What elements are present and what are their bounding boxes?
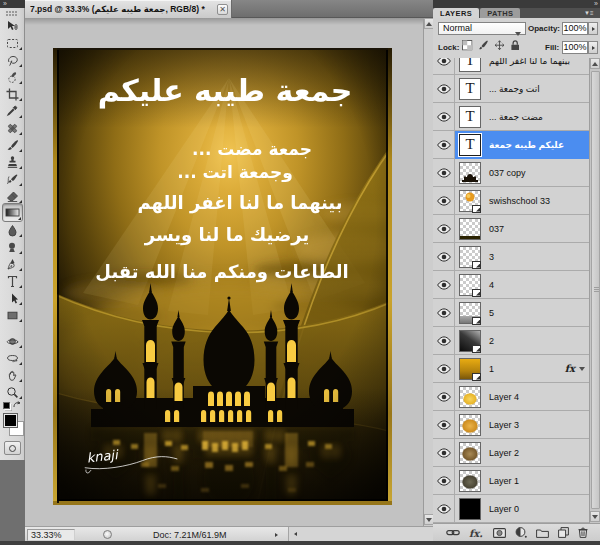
3d-orbit-tool[interactable] (2, 350, 23, 366)
layer-row[interactable]: 5 (433, 299, 589, 327)
layer-visibility-toggle[interactable] (433, 103, 455, 131)
tab-layers[interactable]: LAYERS (433, 8, 479, 18)
horizontal-scrollbar[interactable] (288, 527, 433, 541)
panel-menu-icon[interactable]: ▼≡ (584, 10, 596, 17)
lock-all-icon[interactable] (510, 40, 520, 50)
layer-row[interactable]: Layer 2 (433, 439, 589, 467)
layer-row[interactable]: 037 (433, 215, 589, 243)
fill-value[interactable]: 100% (562, 41, 588, 54)
crop-tool[interactable] (2, 86, 23, 102)
layer-visibility-toggle[interactable] (433, 355, 455, 383)
path-selection-tool[interactable] (2, 290, 23, 306)
layer-row[interactable]: 4 (433, 271, 589, 299)
layer-row[interactable]: 037 copy (433, 159, 589, 187)
layer-row[interactable]: T اللهم‎ اغفر‎ لنا‎ ما‎ بينهما‎ (433, 58, 589, 75)
layer-row[interactable]: T ...‎ جمعة‎ مضت‎ (433, 103, 589, 131)
layer-row[interactable]: swishschool 33 (433, 187, 589, 215)
clone-stamp-tool[interactable] (2, 154, 23, 170)
layer-thumbnail[interactable]: T (459, 106, 481, 128)
fx-expand-icon[interactable] (579, 367, 585, 371)
artwork-image[interactable]: جمعة طيبه عليكم جمعة مضت ... وجمعة اتت .… (53, 48, 392, 505)
healing-brush-tool[interactable] (2, 120, 23, 136)
hand-tool[interactable] (2, 367, 23, 383)
layer-visibility-toggle[interactable] (433, 467, 455, 495)
history-brush-tool[interactable] (2, 171, 23, 187)
move-tool[interactable] (2, 18, 23, 34)
brush-tool[interactable] (2, 137, 23, 153)
layer-group-icon[interactable] (536, 528, 549, 538)
layer-list-scroll-thumb[interactable] (591, 71, 600, 509)
fill-spinner[interactable] (588, 41, 598, 54)
foreground-color-swatch[interactable] (3, 413, 18, 428)
eyedropper-tool[interactable] (2, 103, 23, 119)
3d-rotate-tool[interactable] (2, 333, 23, 349)
link-layers-icon[interactable] (446, 528, 460, 537)
layer-visibility-toggle[interactable] (433, 271, 455, 299)
lasso-tool[interactable] (2, 52, 23, 68)
layer-thumbnail[interactable]: T (459, 78, 481, 100)
lock-position-icon[interactable] (494, 40, 504, 50)
layer-thumbnail[interactable] (459, 470, 481, 492)
layer-row[interactable]: Layer 1 (433, 467, 589, 495)
layer-visibility-toggle[interactable] (433, 327, 455, 355)
vertical-scrollbar[interactable] (423, 18, 433, 526)
zoom-level-field[interactable]: 33.33% (27, 529, 75, 541)
layer-thumbnail[interactable] (459, 386, 481, 408)
dodge-tool[interactable] (2, 239, 23, 255)
scroll-left-icon[interactable] (290, 528, 301, 540)
screen-mode-button[interactable] (4, 441, 21, 455)
delete-layer-icon[interactable] (578, 527, 588, 538)
zoom-tool[interactable] (2, 384, 23, 400)
layer-fx-label[interactable]: fx (565, 363, 575, 374)
layer-row[interactable]: T ...‎ وجمعة‎ اتت‎ (433, 75, 589, 103)
layer-visibility-toggle[interactable] (433, 75, 455, 103)
lock-transparency-icon[interactable] (462, 40, 472, 50)
layer-visibility-toggle[interactable] (433, 131, 455, 159)
layer-thumbnail[interactable] (459, 414, 481, 436)
gradient-tool[interactable] (2, 203, 23, 222)
toolbar-grip[interactable] (6, 11, 18, 16)
layer-thumbnail[interactable] (459, 498, 481, 520)
layers-scroll-down-icon[interactable] (590, 511, 600, 522)
layer-visibility-toggle[interactable] (433, 58, 455, 75)
lock-pixels-icon[interactable] (478, 40, 488, 50)
layer-thumbnail[interactable] (459, 162, 481, 184)
tab-paths[interactable]: PATHS (480, 8, 520, 18)
layer-thumbnail[interactable] (459, 218, 481, 240)
layer-visibility-toggle[interactable] (433, 187, 455, 215)
layer-visibility-toggle[interactable] (433, 299, 455, 327)
blend-mode-select[interactable]: Normal (438, 22, 526, 35)
eraser-tool[interactable] (2, 188, 23, 204)
rectangle-shape-tool[interactable] (2, 307, 23, 323)
adjustment-layer-icon[interactable] (515, 527, 527, 538)
layer-row[interactable]: Layer 3 (433, 411, 589, 439)
layer-visibility-toggle[interactable] (433, 495, 455, 523)
toolbar-collapse-bar[interactable]: » (0, 0, 25, 8)
default-colors-icon[interactable] (3, 400, 22, 411)
layer-thumbnail[interactable] (459, 442, 481, 464)
layer-row[interactable]: 2 (433, 327, 589, 355)
layers-scroll-up-icon[interactable] (590, 58, 600, 69)
layer-mask-icon[interactable] (493, 528, 506, 538)
layer-visibility-toggle[interactable] (433, 383, 455, 411)
status-flyout-button[interactable] (271, 529, 282, 541)
layer-thumbnail[interactable]: T (459, 58, 481, 72)
type-tool[interactable] (2, 273, 23, 289)
quick-selection-tool[interactable] (2, 69, 23, 85)
panel-collapse-bar[interactable]: » (433, 0, 600, 8)
pen-tool[interactable] (2, 256, 23, 272)
layer-visibility-toggle[interactable] (433, 243, 455, 271)
document-tab[interactable]: 7.psd @ 33.3% (جمعة طيبه عليكم, RGB/8) *… (25, 0, 232, 18)
layer-row[interactable]: Layer 4 (433, 383, 589, 411)
close-document-icon[interactable]: ✕ (217, 4, 228, 15)
layer-visibility-toggle[interactable] (433, 439, 455, 467)
layer-visibility-toggle[interactable] (433, 159, 455, 187)
layer-row[interactable]: 1 fx (433, 355, 589, 383)
layer-list-scrollbar[interactable] (589, 58, 600, 523)
layer-visibility-toggle[interactable] (433, 215, 455, 243)
layer-thumbnail[interactable]: T (459, 134, 481, 156)
layer-style-icon[interactable]: fx. (469, 528, 484, 538)
new-layer-icon[interactable] (558, 527, 569, 538)
rectangular-marquee-tool[interactable] (2, 35, 23, 51)
opacity-value[interactable]: 100% (562, 22, 588, 35)
